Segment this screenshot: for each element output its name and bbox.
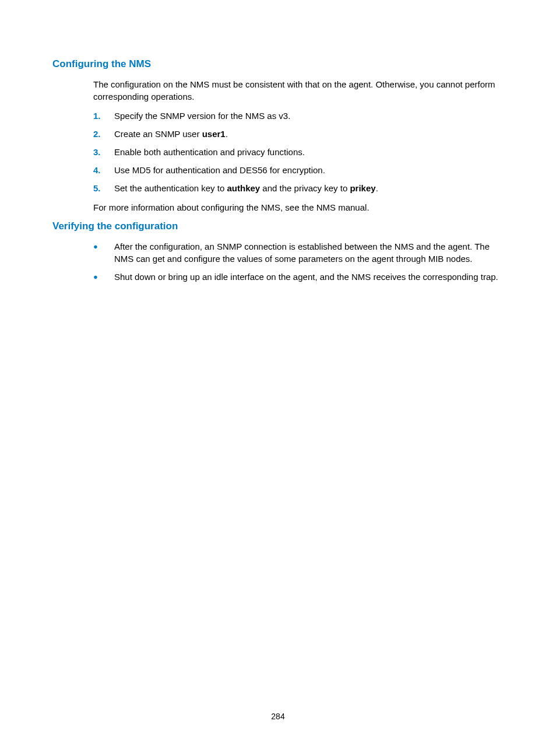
step-text: Create an SNMP user user1. (114, 128, 504, 140)
page-content: Configuring the NMS The configuration on… (0, 0, 556, 325)
step-number: 2. (93, 128, 114, 140)
step-number: 3. (93, 146, 114, 158)
list-item: 2. Create an SNMP user user1. (93, 128, 504, 140)
page-number: 284 (0, 712, 556, 721)
steps-list: 1. Specify the SNMP version for the NMS … (93, 110, 504, 194)
heading-verifying-config: Verifying the configuration (52, 220, 504, 232)
list-item: 1. Specify the SNMP version for the NMS … (93, 110, 504, 122)
intro-paragraph: The configuration on the NMS must be con… (93, 78, 504, 103)
list-item: ● After the configuration, an SNMP conne… (93, 240, 504, 265)
step-text: Enable both authentication and privacy f… (114, 146, 504, 158)
list-item: ● Shut down or bring up an idle interfac… (93, 271, 504, 283)
step-number: 5. (93, 182, 114, 194)
step-number: 4. (93, 164, 114, 176)
bullet-icon: ● (93, 240, 114, 252)
bullet-list: ● After the configuration, an SNMP conne… (93, 240, 504, 283)
bullet-icon: ● (93, 271, 114, 282)
list-item: 5. Set the authentication key to authkey… (93, 182, 504, 194)
list-item: 3. Enable both authentication and privac… (93, 146, 504, 158)
bullet-text: Shut down or bring up an idle interface … (114, 271, 504, 283)
step-text: Set the authentication key to authkey an… (114, 182, 504, 194)
step-text: Use MD5 for authentication and DES56 for… (114, 164, 504, 176)
heading-configuring-nms: Configuring the NMS (52, 58, 504, 70)
step-number: 1. (93, 110, 114, 122)
step-text: Specify the SNMP version for the NMS as … (114, 110, 504, 122)
closing-paragraph: For more information about configuring t… (93, 201, 504, 214)
list-item: 4. Use MD5 for authentication and DES56 … (93, 164, 504, 176)
bullet-text: After the configuration, an SNMP connect… (114, 240, 504, 265)
